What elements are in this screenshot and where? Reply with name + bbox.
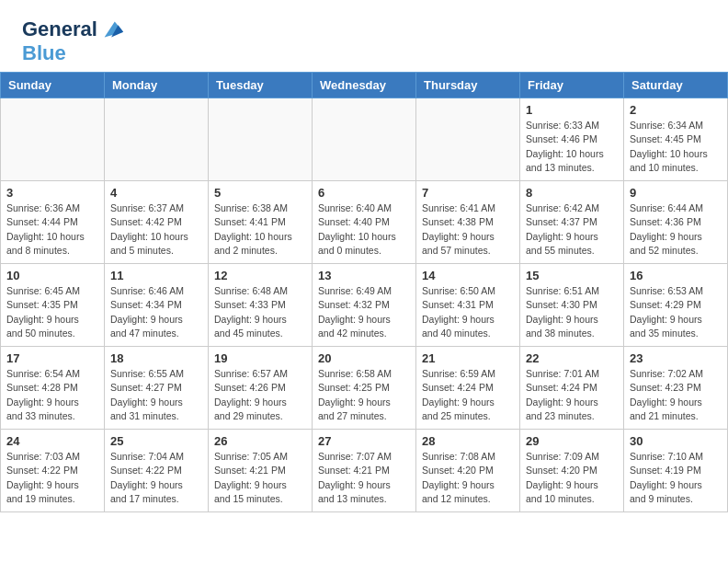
day-info: Sunrise: 7:04 AMSunset: 4:22 PMDaylight:… [110,450,202,506]
day-number: 29 [526,434,618,448]
calendar-table: SundayMondayTuesdayWednesdayThursdayFrid… [0,72,728,512]
calendar-cell: 18Sunrise: 6:55 AMSunset: 4:27 PMDayligh… [105,347,209,430]
day-number: 5 [214,186,306,200]
day-info: Sunrise: 6:36 AMSunset: 4:44 PMDaylight:… [6,201,98,258]
calendar-cell: 7Sunrise: 6:41 AMSunset: 4:38 PMDaylight… [416,181,520,264]
calendar-cell: 27Sunrise: 7:07 AMSunset: 4:21 PMDayligh… [313,430,416,512]
day-number: 6 [318,186,410,200]
day-number: 3 [6,186,98,200]
calendar-cell [105,98,209,181]
day-info: Sunrise: 7:03 AMSunset: 4:22 PMDaylight:… [6,450,98,506]
day-info: Sunrise: 6:45 AMSunset: 4:35 PMDaylight:… [6,284,98,340]
calendar-cell: 30Sunrise: 7:10 AMSunset: 4:19 PMDayligh… [624,430,728,512]
calendar-cell: 1Sunrise: 6:33 AMSunset: 4:46 PMDaylight… [520,98,624,181]
day-info: Sunrise: 6:53 AMSunset: 4:29 PMDaylight:… [630,284,722,340]
calendar-cell: 17Sunrise: 6:54 AMSunset: 4:28 PMDayligh… [1,347,105,430]
day-number: 24 [6,434,98,448]
day-info: Sunrise: 6:50 AMSunset: 4:31 PMDaylight:… [422,284,514,340]
day-info: Sunrise: 6:41 AMSunset: 4:38 PMDaylight:… [422,201,514,258]
calendar-cell: 19Sunrise: 6:57 AMSunset: 4:26 PMDayligh… [209,347,313,430]
day-info: Sunrise: 6:54 AMSunset: 4:28 PMDaylight:… [6,367,98,423]
day-info: Sunrise: 7:02 AMSunset: 4:23 PMDaylight:… [630,367,722,423]
day-info: Sunrise: 6:33 AMSunset: 4:46 PMDaylight:… [526,119,618,175]
col-header-monday: Monday [105,73,209,98]
day-number: 18 [110,351,202,365]
col-header-friday: Friday [520,73,624,98]
week-row-3: 10Sunrise: 6:45 AMSunset: 4:35 PMDayligh… [1,264,728,347]
calendar-cell: 20Sunrise: 6:58 AMSunset: 4:25 PMDayligh… [313,347,416,430]
calendar-cell: 23Sunrise: 7:02 AMSunset: 4:23 PMDayligh… [624,347,728,430]
logo: General Blue [22,17,125,64]
day-info: Sunrise: 6:40 AMSunset: 4:40 PMDaylight:… [318,201,410,258]
day-number: 17 [6,351,98,365]
day-info: Sunrise: 6:59 AMSunset: 4:24 PMDaylight:… [422,367,514,423]
calendar-cell: 22Sunrise: 7:01 AMSunset: 4:24 PMDayligh… [520,347,624,430]
day-number: 8 [526,186,618,200]
day-info: Sunrise: 6:48 AMSunset: 4:33 PMDaylight:… [214,284,306,340]
day-info: Sunrise: 6:55 AMSunset: 4:27 PMDaylight:… [110,367,202,423]
day-info: Sunrise: 6:49 AMSunset: 4:32 PMDaylight:… [318,284,410,340]
day-number: 28 [422,434,514,448]
day-number: 22 [526,351,618,365]
day-number: 14 [422,269,514,282]
day-info: Sunrise: 6:46 AMSunset: 4:34 PMDaylight:… [110,284,202,340]
calendar-cell: 26Sunrise: 7:05 AMSunset: 4:21 PMDayligh… [209,430,313,512]
day-number: 7 [422,186,514,200]
day-number: 25 [110,434,202,448]
col-header-wednesday: Wednesday [313,73,416,98]
logo-text: General [22,18,97,40]
day-info: Sunrise: 7:07 AMSunset: 4:21 PMDaylight:… [318,450,410,506]
day-number: 21 [422,351,514,365]
calendar-cell: 25Sunrise: 7:04 AMSunset: 4:22 PMDayligh… [105,430,209,512]
day-number: 26 [214,434,306,448]
day-number: 15 [526,269,618,282]
week-row-2: 3Sunrise: 6:36 AMSunset: 4:44 PMDaylight… [1,181,728,264]
day-info: Sunrise: 7:01 AMSunset: 4:24 PMDaylight:… [526,367,618,423]
col-header-saturday: Saturday [624,73,728,98]
day-info: Sunrise: 6:51 AMSunset: 4:30 PMDaylight:… [526,284,618,340]
col-header-thursday: Thursday [416,73,520,98]
calendar-cell [416,98,520,181]
day-number: 20 [318,351,410,365]
week-row-1: 1Sunrise: 6:33 AMSunset: 4:46 PMDaylight… [1,98,728,181]
calendar-cell [209,98,313,181]
calendar-cell: 29Sunrise: 7:09 AMSunset: 4:20 PMDayligh… [520,430,624,512]
day-info: Sunrise: 7:09 AMSunset: 4:20 PMDaylight:… [526,450,618,506]
calendar-cell: 6Sunrise: 6:40 AMSunset: 4:40 PMDaylight… [313,181,416,264]
day-info: Sunrise: 6:44 AMSunset: 4:36 PMDaylight:… [630,201,722,258]
day-number: 12 [214,269,306,282]
day-number: 11 [110,269,202,282]
calendar-cell: 5Sunrise: 6:38 AMSunset: 4:41 PMDaylight… [209,181,313,264]
calendar-cell: 16Sunrise: 6:53 AMSunset: 4:29 PMDayligh… [624,264,728,347]
calendar-body: 1Sunrise: 6:33 AMSunset: 4:46 PMDaylight… [1,98,728,512]
day-number: 2 [630,103,722,117]
logo-blue-text: Blue [22,42,66,64]
day-info: Sunrise: 6:37 AMSunset: 4:42 PMDaylight:… [110,201,202,258]
day-number: 9 [630,186,722,200]
day-number: 30 [630,434,722,448]
week-row-4: 17Sunrise: 6:54 AMSunset: 4:28 PMDayligh… [1,347,728,430]
day-number: 27 [318,434,410,448]
calendar-cell: 12Sunrise: 6:48 AMSunset: 4:33 PMDayligh… [209,264,313,347]
calendar-cell: 15Sunrise: 6:51 AMSunset: 4:30 PMDayligh… [520,264,624,347]
calendar-cell: 11Sunrise: 6:46 AMSunset: 4:34 PMDayligh… [105,264,209,347]
calendar-cell: 24Sunrise: 7:03 AMSunset: 4:22 PMDayligh… [1,430,105,512]
calendar-cell: 8Sunrise: 6:42 AMSunset: 4:37 PMDaylight… [520,181,624,264]
calendar-cell: 2Sunrise: 6:34 AMSunset: 4:45 PMDaylight… [624,98,728,181]
day-number: 16 [630,269,722,282]
calendar-cell: 14Sunrise: 6:50 AMSunset: 4:31 PMDayligh… [416,264,520,347]
day-info: Sunrise: 6:38 AMSunset: 4:41 PMDaylight:… [214,201,306,258]
page-header: General Blue [0,0,728,72]
week-row-5: 24Sunrise: 7:03 AMSunset: 4:22 PMDayligh… [1,430,728,512]
calendar-cell: 4Sunrise: 6:37 AMSunset: 4:42 PMDaylight… [105,181,209,264]
day-info: Sunrise: 7:05 AMSunset: 4:21 PMDaylight:… [214,450,306,506]
col-header-tuesday: Tuesday [209,73,313,98]
logo-icon [99,17,125,42]
day-number: 19 [214,351,306,365]
calendar-cell: 13Sunrise: 6:49 AMSunset: 4:32 PMDayligh… [313,264,416,347]
calendar-cell: 9Sunrise: 6:44 AMSunset: 4:36 PMDaylight… [624,181,728,264]
calendar-cell [1,98,105,181]
day-number: 13 [318,269,410,282]
calendar-cell [313,98,416,181]
calendar-header-row: SundayMondayTuesdayWednesdayThursdayFrid… [1,73,728,98]
